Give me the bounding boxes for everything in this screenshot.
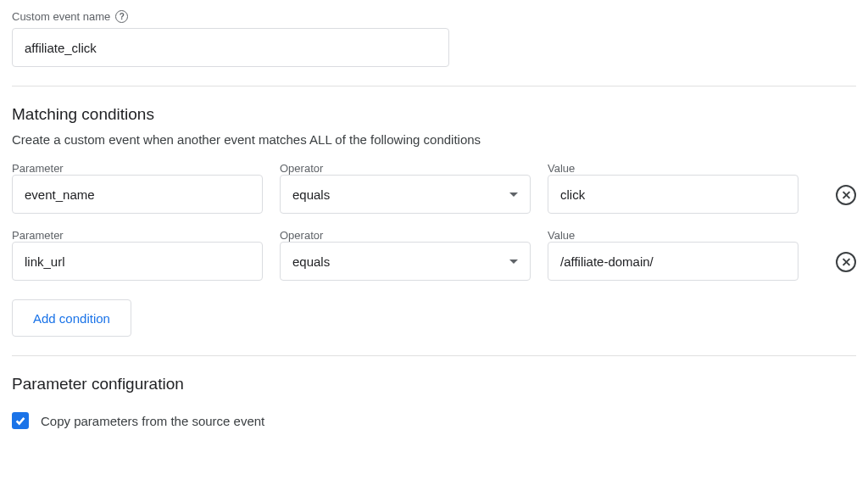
- custom-event-name-label: Custom event name: [12, 10, 110, 23]
- parameter-label: Parameter: [12, 229, 263, 242]
- matching-conditions-subtitle: Create a custom event when another event…: [12, 132, 856, 147]
- copy-parameters-label: Copy parameters from the source event: [41, 414, 264, 428]
- value-label: Value: [548, 162, 798, 175]
- add-condition-button[interactable]: Add condition: [12, 299, 131, 337]
- condition-row: Parameter Operator equals Value: [12, 162, 856, 214]
- divider: [12, 355, 856, 356]
- help-icon[interactable]: ?: [115, 10, 128, 23]
- copy-parameters-checkbox[interactable]: [12, 412, 29, 429]
- chevron-down-icon: [509, 192, 518, 197]
- value-label: Value: [548, 229, 798, 242]
- check-icon: [14, 415, 26, 427]
- divider: [12, 86, 856, 86]
- operator-select[interactable]: equals: [280, 242, 531, 281]
- parameter-configuration-title: Parameter configuration: [12, 375, 856, 393]
- parameter-input[interactable]: [12, 175, 263, 214]
- matching-conditions-title: Matching conditions: [12, 105, 856, 124]
- parameter-input[interactable]: [12, 242, 263, 281]
- remove-condition-button[interactable]: [836, 252, 856, 272]
- condition-row: Parameter Operator equals Value: [12, 229, 856, 281]
- remove-condition-button[interactable]: [836, 185, 856, 205]
- value-input[interactable]: [548, 242, 798, 281]
- parameter-label: Parameter: [12, 162, 263, 175]
- custom-event-name-input[interactable]: [12, 28, 449, 67]
- operator-label: Operator: [280, 162, 531, 175]
- operator-select-value: equals: [292, 254, 330, 269]
- value-input[interactable]: [548, 175, 798, 214]
- operator-select-value: equals: [292, 187, 330, 202]
- operator-select[interactable]: equals: [280, 175, 531, 214]
- operator-label: Operator: [280, 229, 531, 242]
- chevron-down-icon: [509, 259, 518, 264]
